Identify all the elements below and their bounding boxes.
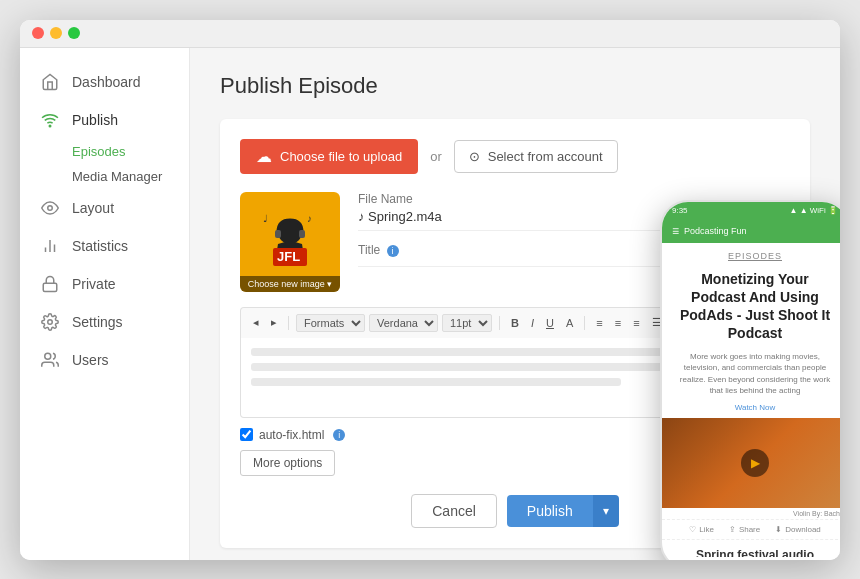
phone-actions-row: ♡ Like ⇪ Share ⬇ Download bbox=[662, 519, 840, 540]
phone-like-action[interactable]: ♡ Like bbox=[689, 525, 714, 534]
toolbar-italic[interactable]: I bbox=[527, 315, 538, 331]
minimize-button[interactable] bbox=[50, 27, 62, 39]
toolbar-divider-2 bbox=[499, 316, 500, 330]
phone-episode-desc: More work goes into making movies, telev… bbox=[662, 347, 840, 400]
publish-btn-group: Publish ▾ bbox=[507, 495, 619, 527]
publish-dropdown-button[interactable]: ▾ bbox=[593, 495, 619, 527]
account-icon: ⊙ bbox=[469, 149, 480, 164]
sidebar-item-media-manager[interactable]: Media Manager bbox=[20, 164, 189, 189]
choose-file-button[interactable]: ☁ Choose file to upload bbox=[240, 139, 418, 174]
phone-nav-title: Podcasting Fun bbox=[684, 226, 747, 236]
settings-label: Settings bbox=[72, 314, 123, 330]
toolbar-color[interactable]: A bbox=[562, 315, 577, 331]
page-title: Publish Episode bbox=[220, 73, 810, 99]
svg-rect-5 bbox=[43, 283, 57, 291]
toolbar-undo[interactable]: ◂ bbox=[249, 314, 263, 331]
download-icon: ⬇ bbox=[775, 525, 782, 534]
cloud-upload-icon: ☁ bbox=[256, 147, 272, 166]
traffic-lights bbox=[32, 27, 80, 39]
like-icon: ♡ bbox=[689, 525, 696, 534]
svg-text:JFL: JFL bbox=[277, 249, 300, 264]
text-line-3 bbox=[251, 378, 621, 386]
phone-menu-icon: ≡ bbox=[672, 224, 679, 238]
layout-label: Layout bbox=[72, 200, 114, 216]
phone-image-caption: Violin By: Bach bbox=[662, 508, 840, 519]
dashboard-label: Dashboard bbox=[72, 74, 141, 90]
phone-download-action[interactable]: ⬇ Download bbox=[775, 525, 821, 534]
toolbar-bold[interactable]: B bbox=[507, 315, 523, 331]
auto-fix-checkbox[interactable] bbox=[240, 428, 253, 441]
phone-signal: ▲ ▲ WiFi 🔋 bbox=[790, 206, 839, 215]
sidebar-item-dashboard[interactable]: Dashboard bbox=[20, 63, 189, 101]
svg-rect-12 bbox=[299, 230, 305, 238]
sidebar-item-private[interactable]: Private bbox=[20, 265, 189, 303]
chart-icon bbox=[40, 236, 60, 256]
svg-text:♪: ♪ bbox=[307, 213, 312, 224]
sidebar-item-episodes[interactable]: Episodes bbox=[20, 139, 189, 164]
text-line-2 bbox=[251, 363, 726, 371]
maximize-button[interactable] bbox=[68, 27, 80, 39]
app-body: Dashboard Publish Episodes Media M bbox=[20, 48, 840, 560]
toolbar-align-center[interactable]: ≡ bbox=[611, 315, 625, 331]
choose-image-btn[interactable]: Choose new image ▾ bbox=[240, 276, 340, 292]
svg-point-0 bbox=[49, 125, 51, 127]
eye-icon bbox=[40, 198, 60, 218]
main-content: Publish Episode ☁ Choose file to upload … bbox=[190, 48, 840, 560]
wifi-icon bbox=[40, 110, 60, 130]
auto-fix-label: auto-fix.html bbox=[259, 428, 324, 442]
dj-figure-icon: ♩ ♪ JFL bbox=[255, 204, 325, 279]
text-line-1 bbox=[251, 348, 700, 356]
phone-status-bar: 9:35 ▲ ▲ WiFi 🔋 bbox=[662, 202, 840, 219]
formats-select[interactable]: Formats bbox=[296, 314, 365, 332]
users-icon bbox=[40, 350, 60, 370]
app-window: Dashboard Publish Episodes Media M bbox=[20, 20, 840, 560]
more-options-button[interactable]: More options bbox=[240, 450, 335, 476]
phone-image-box: ▶ bbox=[662, 418, 840, 508]
title-info-icon: i bbox=[387, 245, 399, 257]
private-label: Private bbox=[72, 276, 116, 292]
phone-episodes-label: EPISODES bbox=[662, 243, 840, 265]
share-icon: ⇪ bbox=[729, 525, 736, 534]
publish-button[interactable]: Publish bbox=[507, 495, 593, 527]
svg-rect-11 bbox=[275, 230, 281, 238]
or-separator: or bbox=[430, 149, 442, 164]
watch-now-link[interactable]: Watch Now bbox=[662, 400, 840, 418]
home-icon bbox=[40, 72, 60, 92]
phone-content: EPISODES Monetizing Your Podcast And Usi… bbox=[662, 243, 840, 557]
toolbar-underline[interactable]: U bbox=[542, 315, 558, 331]
phone-second-title: Spring festival audio bbox=[662, 540, 840, 557]
cancel-button[interactable]: Cancel bbox=[411, 494, 497, 528]
sidebar-item-settings[interactable]: Settings bbox=[20, 303, 189, 341]
svg-text:♩: ♩ bbox=[263, 213, 268, 224]
play-button[interactable]: ▶ bbox=[741, 449, 769, 477]
sidebar-item-users[interactable]: Users bbox=[20, 341, 189, 379]
phone-share-action[interactable]: ⇪ Share bbox=[729, 525, 760, 534]
toolbar-align-left[interactable]: ≡ bbox=[592, 315, 606, 331]
upload-row: ☁ Choose file to upload or ⊙ Select from… bbox=[240, 139, 790, 174]
title-bar bbox=[20, 20, 840, 48]
svg-point-6 bbox=[48, 319, 53, 324]
sidebar-item-statistics[interactable]: Statistics bbox=[20, 227, 189, 265]
svg-point-1 bbox=[48, 205, 53, 210]
publish-label: Publish bbox=[72, 112, 118, 128]
select-account-button[interactable]: ⊙ Select from account bbox=[454, 140, 618, 173]
users-label: Users bbox=[72, 352, 109, 368]
sidebar: Dashboard Publish Episodes Media M bbox=[20, 48, 190, 560]
lock-icon bbox=[40, 274, 60, 294]
phone-episode-title: Monetizing Your Podcast And Using PodAds… bbox=[662, 265, 840, 348]
toolbar-align-right[interactable]: ≡ bbox=[629, 315, 643, 331]
sidebar-item-publish[interactable]: Publish bbox=[20, 101, 189, 139]
phone-time: 9:35 bbox=[672, 206, 688, 215]
toolbar-divider-1 bbox=[288, 316, 289, 330]
phone-nav-bar: ≡ Podcasting Fun bbox=[662, 219, 840, 243]
gear-icon bbox=[40, 312, 60, 332]
sidebar-item-layout[interactable]: Layout bbox=[20, 189, 189, 227]
close-button[interactable] bbox=[32, 27, 44, 39]
statistics-label: Statistics bbox=[72, 238, 128, 254]
font-select[interactable]: Verdana bbox=[369, 314, 438, 332]
toolbar-redo[interactable]: ▸ bbox=[267, 314, 281, 331]
size-select[interactable]: 11pt bbox=[442, 314, 492, 332]
svg-point-7 bbox=[45, 353, 51, 359]
auto-fix-info-icon: i bbox=[333, 429, 345, 441]
phone-mockup: 9:35 ▲ ▲ WiFi 🔋 ≡ Podcasting Fun EPISODE… bbox=[660, 200, 840, 560]
